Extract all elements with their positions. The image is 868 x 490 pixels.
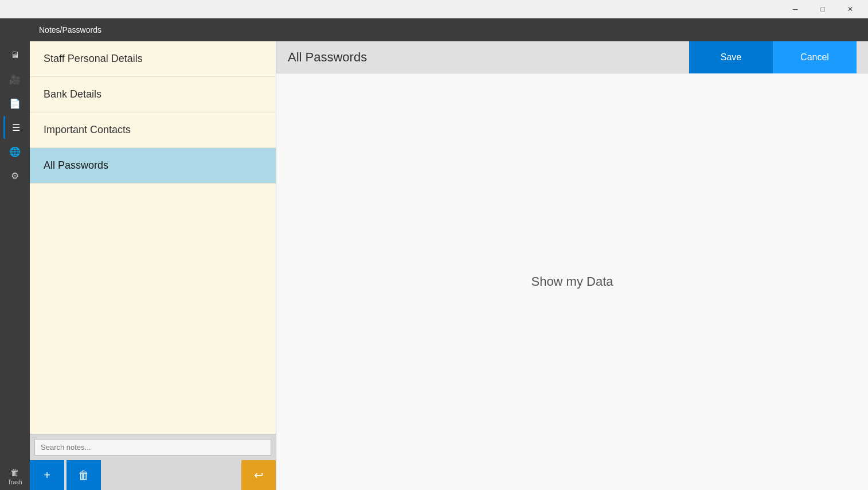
document-icon[interactable]: 📄 — [3, 92, 26, 115]
trash-icon: 🗑 — [10, 468, 19, 478]
content-header: All Passwords Save Cancel — [276, 41, 868, 73]
maximize-button[interactable]: □ — [810, 0, 836, 18]
app-title: Notes/Passwords — [30, 18, 111, 41]
show-data-text: Show my Data — [531, 274, 613, 289]
video-icon[interactable]: 🎥 — [3, 68, 26, 91]
title-bar: ─ □ ✕ — [0, 0, 868, 18]
icon-sidebar: 🖥 🎥 📄 ☰ 🌐 ⚙ 🗑 Trash — [0, 41, 30, 490]
content-title: All Passwords — [288, 50, 689, 65]
settings-icon[interactable]: ⚙ — [3, 164, 26, 187]
note-item-bank[interactable]: Bank Details — [30, 77, 276, 112]
trash-label: Trash — [7, 479, 22, 485]
minimize-button[interactable]: ─ — [782, 0, 808, 18]
cancel-button[interactable]: Cancel — [773, 41, 857, 73]
sidebar-title-spacer — [0, 18, 30, 41]
search-input[interactable] — [34, 439, 271, 456]
note-item-staff[interactable]: Staff Personal Details — [30, 41, 276, 77]
content-body: Show my Data — [276, 73, 868, 490]
globe-icon[interactable]: 🌐 — [3, 140, 26, 163]
action-buttons: + 🗑 ↩ — [30, 460, 276, 490]
undo-icon: ↩ — [254, 468, 264, 482]
undo-button[interactable]: ↩ — [241, 460, 276, 490]
content-area: All Passwords Save Cancel Show my Data — [276, 41, 868, 490]
trash-area[interactable]: 🗑 Trash — [7, 468, 22, 485]
notes-spacer — [30, 184, 276, 434]
note-item-passwords[interactable]: All Passwords — [30, 148, 276, 184]
window-controls: ─ □ ✕ — [782, 0, 863, 18]
search-area — [30, 434, 276, 460]
notes-panel: Staff Personal Details Bank Details Impo… — [30, 41, 276, 490]
add-note-button[interactable]: + — [30, 460, 64, 490]
list-icon[interactable]: ☰ — [3, 116, 26, 139]
save-button[interactable]: Save — [689, 41, 773, 73]
main-layout: 🖥 🎥 📄 ☰ 🌐 ⚙ 🗑 Trash Staff Personal Detai… — [0, 41, 868, 490]
monitor-icon[interactable]: 🖥 — [3, 44, 26, 67]
app-name-bar: Notes/Passwords — [0, 18, 868, 41]
delete-icon: 🗑 — [78, 469, 89, 482]
close-button[interactable]: ✕ — [837, 0, 863, 18]
delete-note-button[interactable]: 🗑 — [67, 460, 101, 490]
note-item-contacts[interactable]: Important Contacts — [30, 112, 276, 148]
